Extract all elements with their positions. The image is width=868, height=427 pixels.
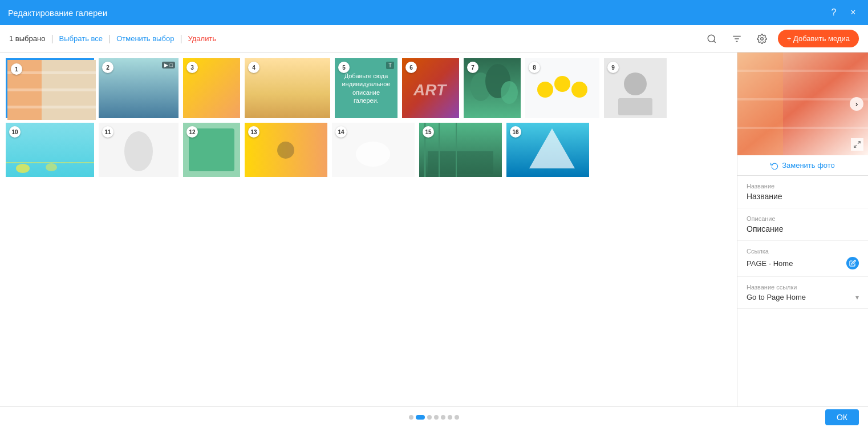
preview-next-button[interactable]: › (850, 97, 863, 111)
delete-link[interactable]: Удалить (188, 34, 217, 43)
svg-point-29 (16, 164, 30, 173)
dot-1[interactable] (409, 415, 413, 420)
svg-point-21 (537, 82, 553, 98)
gallery-item-6[interactable]: ART 6 (402, 58, 459, 118)
gallery-item-14[interactable]: 14 (332, 123, 415, 177)
thumb-num-3: 3 (186, 62, 198, 73)
replace-photo-label: Заменить фото (782, 161, 835, 170)
svg-point-32 (124, 131, 153, 171)
gallery-item-15[interactable]: 15 (419, 123, 502, 177)
thumb-num-12: 12 (186, 126, 198, 138)
help-button[interactable]: ? (827, 6, 841, 19)
header-actions: ? × (827, 6, 860, 19)
gallery-item-8[interactable]: 8 (525, 58, 599, 118)
dot-6[interactable] (448, 415, 452, 420)
gallery-item-4[interactable]: 4 (245, 58, 330, 118)
link-name-label: Название ссылки (747, 284, 859, 291)
app-title: Редактирование галереи (8, 8, 107, 18)
svg-rect-10 (7, 106, 96, 108)
text-type-icon: T (386, 62, 394, 69)
ok-button[interactable]: ОК (825, 409, 859, 425)
name-label: Название (747, 183, 859, 190)
svg-rect-9 (7, 88, 96, 91)
thumb-num-10: 10 (9, 126, 21, 138)
dot-3[interactable] (427, 415, 432, 420)
svg-rect-50 (737, 127, 868, 129)
expand-icon (853, 140, 861, 148)
cancel-selection-link[interactable]: Отменить выбор (116, 34, 174, 43)
dot-7[interactable] (455, 415, 459, 420)
right-sidebar: › Заменить фото Название Название Описан… (737, 53, 868, 406)
svg-point-22 (554, 76, 570, 92)
filter-button[interactable] (728, 30, 746, 48)
chevron-down-icon[interactable]: ▾ (855, 293, 859, 301)
search-button[interactable] (703, 30, 721, 48)
gallery-item-16[interactable]: 16 (506, 123, 589, 177)
thumb-num-4: 4 (248, 62, 259, 73)
replace-photo-button[interactable]: Заменить фото (737, 155, 868, 176)
expand-button[interactable] (851, 138, 863, 151)
gallery-area: 1 2 ▶ □ 3 4 (0, 53, 737, 406)
thumb-num-8: 8 (529, 62, 540, 73)
sep-3: | (180, 34, 182, 44)
edit-icon (849, 260, 856, 267)
svg-line-1 (713, 41, 715, 42)
gallery-item-11[interactable]: 11 (99, 123, 179, 177)
gallery-item-10[interactable]: 10 (6, 123, 94, 177)
text-placeholder-content: Добавьте сюда индивидуальное описание га… (339, 72, 393, 104)
search-icon (707, 34, 717, 44)
thumb-num-6: 6 (405, 62, 417, 73)
description-section: Описание Описание (737, 208, 868, 241)
svg-line-51 (858, 142, 860, 144)
video-badge-2: ▶ □ (162, 62, 175, 69)
dot-2[interactable] (416, 415, 425, 420)
gallery-item-12[interactable]: 12 (183, 123, 240, 177)
replace-icon (770, 162, 778, 170)
svg-rect-49 (737, 98, 868, 100)
svg-point-25 (624, 72, 647, 95)
close-button[interactable]: × (846, 6, 860, 19)
sep-2: | (108, 34, 111, 44)
gallery-item-9[interactable]: 9 (604, 58, 667, 118)
svg-text:ART: ART (413, 81, 448, 99)
add-media-button[interactable]: + Добавить медиа (778, 30, 859, 47)
svg-rect-26 (618, 98, 652, 115)
filter-icon (732, 34, 742, 44)
pagination-dots (43, 415, 825, 420)
link-value[interactable]: PAGE - Home (747, 259, 846, 268)
main-content: 1 2 ▶ □ 3 4 (0, 53, 868, 406)
thumb-num-14: 14 (335, 126, 347, 138)
svg-point-5 (761, 37, 764, 40)
gallery-item-3[interactable]: 3 (183, 58, 240, 118)
toolbar-right: + Добавить медиа (703, 30, 859, 48)
thumb-num-16: 16 (510, 126, 521, 138)
gallery-item-13[interactable]: 13 (245, 123, 327, 177)
thumb-num-5: 5 (338, 62, 350, 73)
gallery-item-2[interactable]: 2 ▶ □ (99, 58, 179, 118)
dot-5[interactable] (441, 415, 445, 420)
thumb-num-11: 11 (102, 126, 113, 138)
svg-point-19 (501, 81, 518, 104)
thumb-num-15: 15 (423, 126, 434, 138)
select-all-link[interactable]: Выбрать все (59, 34, 103, 43)
thumb-num-2: 2 (102, 62, 113, 73)
gallery-item-5[interactable]: T Добавьте сюда индивидуальное описание … (335, 58, 398, 118)
gallery-item-7[interactable]: 7 (464, 58, 521, 118)
selection-count: 1 выбрано (9, 34, 45, 43)
link-row: PAGE - Home (747, 257, 859, 269)
svg-rect-48 (737, 70, 868, 72)
link-label: Ссылка (747, 248, 859, 255)
dot-4[interactable] (434, 415, 439, 420)
gallery-item-1[interactable]: 1 (6, 58, 94, 118)
thumb-num-9: 9 (607, 62, 619, 73)
link-edit-button[interactable] (846, 257, 859, 269)
header-bar: Редактирование галереи ? × (0, 0, 868, 25)
svg-point-23 (571, 82, 587, 98)
description-value[interactable]: Описание (747, 224, 859, 233)
name-value[interactable]: Название (747, 192, 859, 201)
svg-line-52 (854, 145, 857, 147)
svg-point-38 (356, 142, 390, 167)
svg-point-30 (46, 163, 57, 171)
settings-button[interactable] (753, 30, 771, 48)
link-name-value[interactable]: Go to Page Home (747, 293, 855, 301)
